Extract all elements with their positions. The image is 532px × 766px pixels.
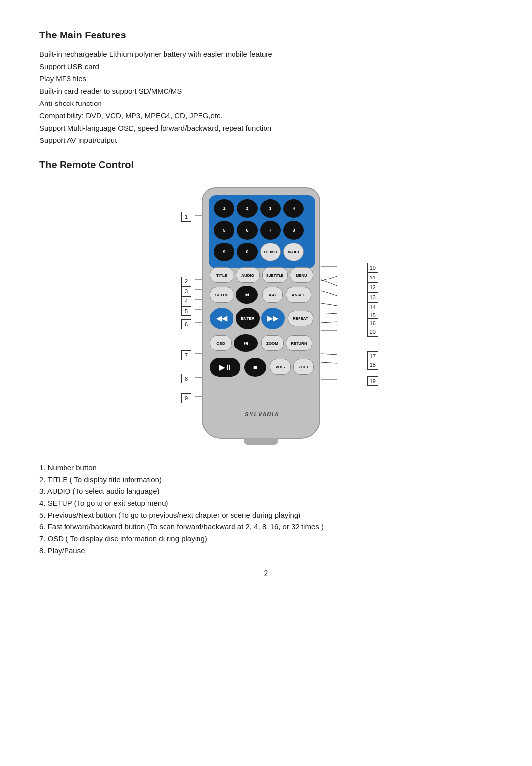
btn-0[interactable]: 0 [237,243,258,261]
desc-item: 4. SETUP (To go to or exit setup menu) [39,499,493,507]
callout-19: 19 [367,376,378,386]
btn-angle[interactable]: ANGLE [286,287,311,303]
callout-3: 3 [181,286,191,296]
svg-line-12 [321,291,337,296]
desc-item: 8. Play/Pause [39,546,493,555]
btn-2[interactable]: 2 [237,199,258,218]
btn-fwd[interactable]: ▶▶ [261,308,285,329]
remote-control-title: The Remote Control [39,159,493,171]
feature-item: Play MP3 files [39,74,493,83]
btn-setup[interactable]: SETUP [210,287,233,303]
btn-audio[interactable]: AUDIO [236,267,260,283]
btn-prev[interactable]: ⏮ [236,286,258,304]
callout-10: 10 [367,263,378,273]
btn-3[interactable]: 3 [260,199,281,218]
btn-usb-sd[interactable]: USB/SD [260,243,281,261]
description-list: 1. Number button 2. TITLE ( To display t… [39,463,493,555]
btn-vol-plus[interactable]: VOL+ [293,359,314,375]
btn-repeat[interactable]: REPEAT [288,311,313,326]
brand-label: SYLVANIA [203,411,321,417]
callout-20: 20 [367,327,378,337]
btn-vol-minus[interactable]: VOL- [270,359,291,375]
btn-menu[interactable]: MENU [290,267,313,283]
btn-subtitle[interactable]: SUBTITLE [262,267,288,283]
callout-8: 8 [181,374,191,383]
desc-item: 5. Previous/Next button (To go to previo… [39,511,493,519]
callout-13: 13 [367,292,378,302]
feature-item: Support USB card [39,62,493,70]
btn-5[interactable]: 5 [214,221,234,240]
feature-item: Built-in card reader to support SD/MMC/M… [39,87,493,95]
desc-item: 3. AUDIO (To select audio language) [39,487,493,495]
svg-line-11 [321,280,337,286]
callout-2: 2 [181,277,191,286]
feature-item: Anti-shock function [39,99,493,107]
main-features-title: The Main Features [39,30,493,41]
btn-zoom[interactable]: ZOOM [261,335,284,351]
btn-rew[interactable]: ◀◀ [210,308,233,329]
callout-9: 9 [181,393,191,403]
btn-4[interactable]: 4 [283,199,304,218]
svg-line-17 [321,354,337,355]
desc-item: 7. OSD ( To display disc information dur… [39,534,493,543]
feature-item: Compatibility: DVD, VCD, MP3, MPEG4, CD,… [39,111,493,120]
svg-line-18 [321,362,337,363]
btn-stop[interactable]: ■ [244,358,266,377]
desc-item: 6. Fast forward/backward button (To scan… [39,522,493,531]
feature-item: Built-in rechargeable Lithium polymer ba… [39,50,493,58]
svg-line-13 [321,303,337,306]
callout-11: 11 [367,273,378,282]
feature-list: Built-in rechargeable Lithium polymer ba… [39,50,493,144]
btn-enter[interactable]: ENTER [236,308,260,329]
btn-7[interactable]: 7 [260,221,281,240]
btn-next[interactable]: ⏭ [234,334,258,352]
btn-ab[interactable]: A-B [262,287,283,303]
callout-4: 4 [181,296,191,306]
desc-item: 1. Number button [39,463,493,472]
callout-1: 1 [181,212,191,222]
desc-item: 2. TITLE ( To display title information) [39,475,493,484]
btn-9[interactable]: 9 [214,243,234,261]
callout-18: 18 [367,360,378,370]
page-number: 2 [39,569,493,578]
btn-return[interactable]: RETURN [286,335,312,351]
svg-line-15 [321,322,337,323]
btn-8[interactable]: 8 [283,221,304,240]
svg-line-10 [321,276,337,281]
remote-body: 1 2 3 4 5 6 7 8 9 0 USB/SD IN/OUT TITLE … [202,187,320,439]
callout-6: 6 [181,319,191,329]
remote-handle [244,438,278,445]
btn-6[interactable]: 6 [237,221,258,240]
feature-item: Support Multi-language OSD, speed forwar… [39,124,493,132]
btn-in-out[interactable]: IN/OUT [283,243,304,261]
svg-line-14 [321,313,337,314]
feature-item: Support AV input/output [39,136,493,144]
callout-5: 5 [181,306,191,316]
btn-play-pause[interactable]: ▶⏸ [210,358,240,377]
callout-7: 7 [181,350,191,360]
btn-title[interactable]: TITLE [210,267,233,283]
callout-12: 12 [367,282,378,292]
btn-1[interactable]: 1 [214,199,234,218]
btn-osd[interactable]: OSD [210,335,232,351]
remote-diagram: 1 2 3 4 5 6 7 8 9 0 USB/SD IN/OUT TITLE … [143,182,389,453]
